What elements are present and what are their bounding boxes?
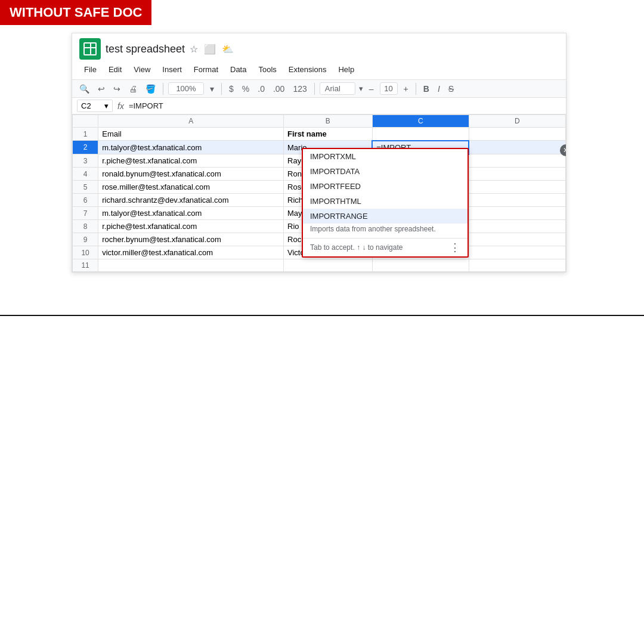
col-header-c[interactable]: C bbox=[372, 115, 469, 128]
col-header-b[interactable]: B bbox=[284, 115, 373, 128]
row-num-9: 9 bbox=[73, 233, 98, 246]
autocomplete-item-importxml[interactable]: IMPORTXML bbox=[303, 149, 467, 164]
bottom-section: WITH SAFE DOC test spreadsheet ☆ ⬜ ⛅ Fil… bbox=[0, 316, 644, 644]
zoom-chevron[interactable]: ▾ bbox=[208, 83, 216, 95]
cell-a4[interactable]: ronald.bynum@test.xfanatical.com bbox=[98, 168, 284, 181]
menu-extensions[interactable]: Extensions bbox=[284, 63, 332, 76]
corner-header bbox=[73, 115, 98, 128]
zoom-box[interactable]: 100% bbox=[168, 82, 204, 95]
cell-a3[interactable]: r.piche@test.xfanatical.com bbox=[98, 154, 284, 168]
cell-d11[interactable] bbox=[469, 259, 565, 272]
top-section: WITHOUT SAFE DOC test spreadsheet ☆ ⬜ ⛅ … bbox=[0, 0, 644, 316]
cell-d6[interactable] bbox=[469, 194, 565, 207]
cloud-icon[interactable]: ⛅ bbox=[222, 44, 234, 55]
font-size-minus[interactable]: – bbox=[367, 83, 376, 95]
autocomplete-item-importfeed[interactable]: IMPORTFEED bbox=[303, 179, 467, 194]
menu-insert[interactable]: Insert bbox=[157, 63, 187, 76]
table-row: 11 bbox=[73, 259, 566, 272]
cell-ref-chevron: ▾ bbox=[104, 101, 109, 110]
cell-a11[interactable] bbox=[98, 259, 284, 272]
strikethrough-btn[interactable]: S bbox=[446, 83, 456, 95]
row-num-5: 5 bbox=[73, 181, 98, 194]
cell-a9[interactable]: rocher.bynum@test.xfanatical.com bbox=[98, 233, 284, 246]
number-format-btn[interactable]: 123 bbox=[290, 83, 309, 95]
star-icon[interactable]: ☆ bbox=[190, 44, 198, 55]
menu-file[interactable]: File bbox=[79, 63, 101, 76]
autocomplete-item-importrange[interactable]: IMPORTRANGE bbox=[303, 209, 467, 224]
autocomplete-more-icon[interactable]: ⋮ bbox=[450, 241, 460, 254]
col-header-a[interactable]: A bbox=[98, 115, 284, 128]
column-headers-top: A B C D bbox=[73, 115, 566, 128]
undo-icon[interactable]: ↩ bbox=[95, 83, 107, 95]
redo-icon[interactable]: ↪ bbox=[111, 83, 123, 95]
cell-a10[interactable]: victor.miller@test.xfanatical.com bbox=[98, 246, 284, 259]
row-num-8: 8 bbox=[73, 220, 98, 233]
cell-c1[interactable] bbox=[372, 128, 469, 141]
cell-a7[interactable]: m.talyor@test.xfanatical.com bbox=[98, 207, 284, 220]
autocomplete-footer-top: Tab to accept. ↑ ↓ to navigate ⋮ bbox=[303, 238, 467, 256]
cell-d7[interactable] bbox=[469, 207, 565, 220]
cell-d10[interactable] bbox=[469, 246, 565, 259]
autocomplete-item-importdata[interactable]: IMPORTDATA bbox=[303, 164, 467, 179]
bold-btn[interactable]: B bbox=[421, 83, 432, 95]
italic-btn[interactable]: I bbox=[435, 83, 442, 95]
cell-a8[interactable]: r.piche@test.xfanatical.com bbox=[98, 220, 284, 233]
font-size-plus[interactable]: + bbox=[401, 83, 411, 95]
formula-text-top: =IMPORT bbox=[129, 101, 163, 110]
menu-help[interactable]: Help bbox=[333, 63, 359, 76]
menu-view[interactable]: View bbox=[129, 63, 155, 76]
autocomplete-description: Imports data from another spreadsheet. bbox=[303, 224, 467, 238]
decimal-add-btn[interactable]: .0 bbox=[255, 83, 267, 95]
menu-edit[interactable]: Edit bbox=[104, 63, 126, 76]
percent-btn[interactable]: % bbox=[240, 83, 252, 95]
cell-d1[interactable] bbox=[469, 128, 565, 141]
sheets-icon-top bbox=[79, 38, 101, 60]
row-num-11: 11 bbox=[73, 259, 98, 272]
autocomplete-footer-text: Tab to accept. ↑ ↓ to navigate bbox=[310, 243, 402, 252]
cell-d9[interactable] bbox=[469, 233, 565, 246]
sep1 bbox=[163, 83, 163, 95]
cell-d8[interactable] bbox=[469, 220, 565, 233]
menu-data[interactable]: Data bbox=[225, 63, 251, 76]
cell-d4[interactable] bbox=[469, 168, 565, 181]
font-chevron[interactable]: ▾ bbox=[359, 84, 363, 93]
top-banner-label: WITHOUT SAFE DOC bbox=[10, 5, 142, 20]
cell-reference-top[interactable]: C2 ▾ bbox=[77, 100, 113, 112]
cell-d5[interactable] bbox=[469, 181, 565, 194]
cell-d3[interactable] bbox=[469, 154, 565, 168]
sheets-icon-inner bbox=[83, 42, 97, 55]
menu-format[interactable]: Format bbox=[189, 63, 223, 76]
font-size-box[interactable]: 10 bbox=[380, 82, 398, 95]
row-num-4: 4 bbox=[73, 168, 98, 181]
grid-top: A B C D 1 Email First name 2 bbox=[72, 114, 566, 272]
cell-a2[interactable]: m.talyor@test.xfanatical.com bbox=[98, 141, 284, 154]
print-icon[interactable]: 🖨 bbox=[126, 83, 140, 95]
paint-icon[interactable]: 🪣 bbox=[143, 83, 158, 95]
row-num-1: 1 bbox=[73, 128, 98, 141]
col-header-d[interactable]: D bbox=[469, 115, 565, 128]
decimal-remove-btn[interactable]: .00 bbox=[271, 83, 287, 95]
cell-b1[interactable]: First name bbox=[284, 128, 373, 141]
currency-btn[interactable]: $ bbox=[227, 83, 236, 95]
title-icons-top: ☆ ⬜ ⛅ bbox=[190, 44, 234, 55]
row-num-3: 3 bbox=[73, 154, 98, 168]
top-spreadsheet: test spreadsheet ☆ ⬜ ⛅ File Edit View In… bbox=[72, 33, 566, 273]
autocomplete-dropdown-top: IMPORTXML IMPORTDATA IMPORTFEED IMPORTHT… bbox=[302, 148, 469, 258]
cell-a5[interactable]: rose.miller@test.xfanatical.com bbox=[98, 181, 284, 194]
cell-a1[interactable]: Email bbox=[98, 128, 284, 141]
sep2 bbox=[221, 83, 222, 95]
sep3 bbox=[314, 83, 315, 95]
cell-b11[interactable] bbox=[284, 259, 373, 272]
row-num-6: 6 bbox=[73, 194, 98, 207]
autocomplete-item-importhtml[interactable]: IMPORTHTML bbox=[303, 194, 467, 209]
cell-d2[interactable] bbox=[469, 141, 565, 154]
menu-tools[interactable]: Tools bbox=[253, 63, 281, 76]
cell-a6[interactable]: richard.schrantz@dev.xfanatical.com bbox=[98, 194, 284, 207]
folder-icon[interactable]: ⬜ bbox=[204, 44, 216, 55]
search-icon[interactable]: 🔍 bbox=[77, 83, 92, 95]
formula-bar-top: C2 ▾ fx =IMPORT bbox=[72, 98, 566, 114]
font-selector[interactable]: Arial bbox=[320, 82, 355, 95]
sep4 bbox=[416, 83, 416, 95]
table-row: 1 Email First name bbox=[73, 128, 566, 141]
cell-c11[interactable] bbox=[372, 259, 469, 272]
